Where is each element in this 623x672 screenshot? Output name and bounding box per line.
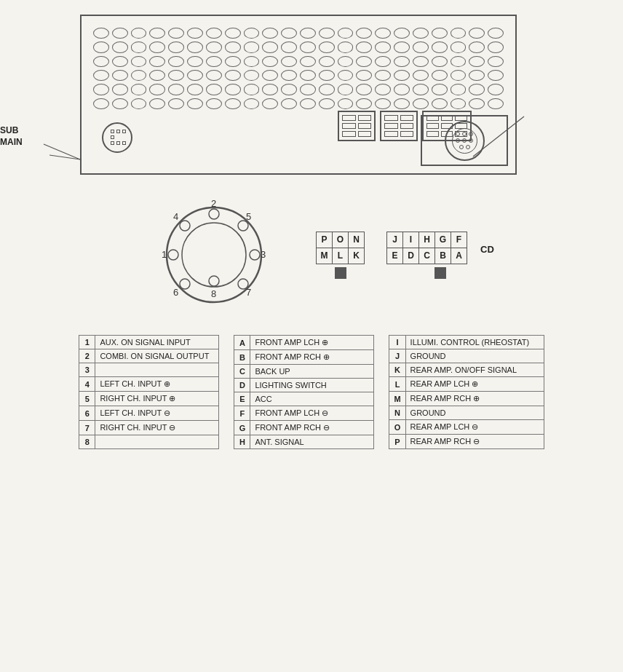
- vent-hole: [451, 56, 467, 67]
- vent-hole: [206, 84, 222, 95]
- svg-point-9: [238, 221, 248, 231]
- svg-text:4: 4: [173, 211, 178, 222]
- vent-hole: [225, 56, 241, 67]
- vent-hole: [469, 98, 485, 109]
- vent-hole: [281, 98, 297, 109]
- vent-hole: [244, 56, 260, 67]
- vent-hole: [112, 56, 128, 67]
- vent-hole: [375, 56, 391, 67]
- vent-hole: [356, 70, 372, 81]
- vent-hole: [356, 98, 372, 109]
- vent-hole: [488, 70, 504, 81]
- vent-hole: [338, 41, 354, 52]
- svg-text:7: 7: [246, 287, 251, 298]
- vent-hole: [225, 28, 241, 39]
- vent-hole: [488, 84, 504, 95]
- cd-inner: [452, 128, 477, 154]
- vent-hole: [149, 41, 165, 52]
- table-row: EACC: [234, 392, 374, 406]
- vent-hole: [262, 28, 278, 39]
- vent-hole: [168, 98, 184, 109]
- vent-hole: [300, 41, 316, 52]
- table-row: FFRONT AMP LCH ⊖: [234, 406, 374, 421]
- pin-table-middle: AFRONT AMP LCH ⊕BFRONT AMP RCH ⊕CBACK UP…: [234, 335, 374, 449]
- vent-hole: [451, 84, 467, 95]
- vent-hole: [488, 41, 504, 52]
- vent-hole: [112, 84, 128, 95]
- table-row: 1AUX. ON SIGNAL INPUT: [79, 336, 219, 349]
- unit-diagram: // will be inserted by JS below: [80, 15, 531, 175]
- table-row: AFRONT AMP LCH ⊕: [234, 336, 374, 350]
- vent-hole: [281, 41, 297, 52]
- vent-hole: [488, 98, 504, 109]
- table-row: 2COMBI. ON SIGNAL OUTPUT: [79, 349, 219, 363]
- table-row: OREAR AMP LCH ⊖: [389, 420, 544, 435]
- table-row: KREAR AMP. ON/OFF SIGNAL: [389, 363, 544, 377]
- vent-hole: [149, 56, 165, 67]
- main-container: SUB MAIN CD // will be inserted by JS be…: [0, 0, 623, 672]
- grid-table-2: J I H G F E D C B A: [386, 232, 467, 264]
- table-row: 7RIGHT CH. INPUT ⊖: [79, 421, 219, 435]
- vent-hole: [432, 98, 448, 109]
- vent-hole: [394, 98, 410, 109]
- vent-hole: [413, 41, 429, 52]
- vent-hole: [319, 28, 335, 39]
- vent-hole: [432, 56, 448, 67]
- vent-hole: [225, 70, 241, 81]
- vent-hole: [149, 70, 165, 81]
- vent-hole: [451, 28, 467, 39]
- cd-connector-box: [421, 115, 508, 166]
- vent-hole: [469, 84, 485, 95]
- vent-hole: [319, 70, 335, 81]
- vent-hole: [281, 70, 297, 81]
- table-row: NGROUND: [389, 406, 544, 420]
- vent-hole: [338, 70, 354, 81]
- vent-hole: [338, 98, 354, 109]
- vent-hole: [244, 98, 260, 109]
- vent-hole: [262, 41, 278, 52]
- vent-hole: [394, 56, 410, 67]
- sub-label: SUB: [0, 125, 18, 135]
- vent-hole: [375, 41, 391, 52]
- vent-hole: [432, 28, 448, 39]
- vent-hole: [187, 56, 203, 67]
- svg-point-5: [168, 250, 178, 260]
- vent-hole: [244, 41, 260, 52]
- vent-hole: [469, 28, 485, 39]
- vent-hole: [432, 70, 448, 81]
- bottom-table-section: 1AUX. ON SIGNAL INPUT2COMBI. ON SIGNAL O…: [22, 335, 601, 449]
- vent-hole: [451, 70, 467, 81]
- vent-hole: [300, 56, 316, 67]
- vent-hole: [469, 56, 485, 67]
- svg-point-6: [209, 209, 219, 219]
- vent-hole: [300, 28, 316, 39]
- lines-svg: [22, 15, 87, 182]
- vent-area: // will be inserted by JS below: [90, 25, 507, 112]
- table-row: 6LEFT CH. INPUT ⊖: [79, 406, 219, 421]
- vent-hole: [451, 41, 467, 52]
- svg-line-1: [49, 155, 80, 159]
- vent-hole: [112, 28, 128, 39]
- vent-hole: [93, 41, 109, 52]
- table-row: IILLUMI. CONTROL (RHEOSTAT): [389, 336, 544, 349]
- round-connector-area: 1 2 3 4 5 6 7 8: [156, 197, 272, 313]
- vent-hole: [319, 41, 335, 52]
- vent-hole: [413, 98, 429, 109]
- vent-hole: [281, 28, 297, 39]
- vent-hole: [413, 56, 429, 67]
- vent-hole: [281, 56, 297, 67]
- vent-hole: [131, 56, 147, 67]
- vent-hole: [338, 56, 354, 67]
- vent-hole: [413, 28, 429, 39]
- vent-hole: [149, 28, 165, 39]
- vent-hole: [225, 41, 241, 52]
- vent-hole: [262, 98, 278, 109]
- vent-hole: [488, 56, 504, 67]
- vent-hole: [262, 56, 278, 67]
- vent-hole: [469, 70, 485, 81]
- vent-hole: [356, 41, 372, 52]
- vent-hole: [375, 98, 391, 109]
- svg-point-12: [209, 276, 219, 286]
- vent-hole: [168, 84, 184, 95]
- vent-hole: [375, 70, 391, 81]
